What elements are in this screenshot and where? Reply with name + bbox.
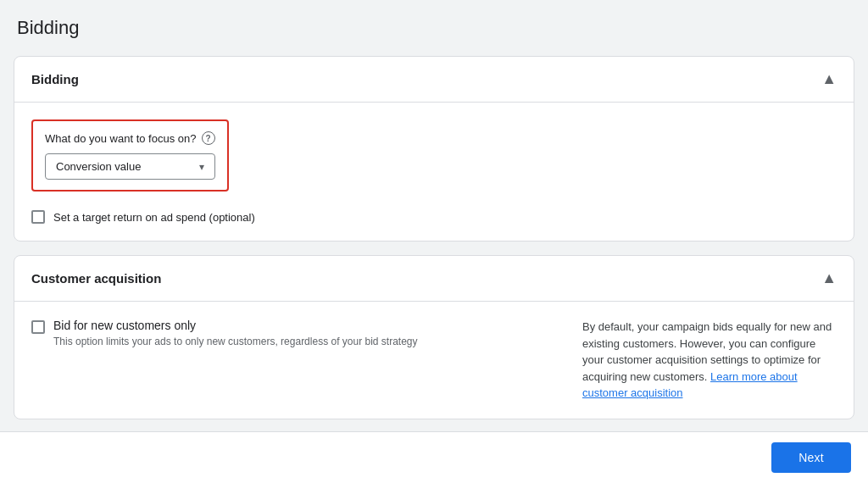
bid-new-customers-text: Bid for new customers only This option l… — [53, 319, 418, 349]
focus-section: What do you want to focus on? ? Conversi… — [31, 119, 229, 192]
acquisition-card-header: Customer acquisition ▲ — [14, 256, 854, 302]
focus-dropdown[interactable]: Conversion value ▾ — [45, 153, 215, 180]
target-roas-label: Set a target return on ad spend (optiona… — [53, 211, 255, 224]
bid-new-customers-checkbox[interactable] — [31, 320, 45, 334]
bidding-card-body: What do you want to focus on? ? Conversi… — [14, 103, 854, 241]
focus-help-icon[interactable]: ? — [202, 131, 215, 145]
footer: Next — [0, 431, 868, 483]
acquisition-collapse-icon[interactable]: ▲ — [821, 269, 837, 287]
target-roas-row: Set a target return on ad spend (optiona… — [31, 210, 837, 224]
focus-dropdown-arrow: ▾ — [199, 161, 204, 173]
bidding-card-header: Bidding ▲ — [14, 57, 854, 103]
bidding-collapse-icon[interactable]: ▲ — [821, 70, 837, 88]
bid-new-customers-label: Bid for new customers only — [53, 319, 418, 332]
acquisition-card-title: Customer acquisition — [31, 271, 161, 286]
acquisition-left: Bid for new customers only This option l… — [31, 319, 548, 402]
focus-label-text: What do you want to focus on? — [45, 132, 197, 145]
acquisition-info: By default, your campaign bids equally f… — [582, 319, 837, 402]
bidding-card: Bidding ▲ What do you want to focus on? … — [14, 56, 854, 242]
bid-new-customers-sublabel: This option limits your ads to only new … — [53, 335, 418, 349]
acquisition-card-body: Bid for new customers only This option l… — [14, 302, 854, 419]
acquisition-card: Customer acquisition ▲ Bid for new custo… — [14, 255, 854, 419]
page-container: Bidding Bidding ▲ What do you want to fo… — [0, 0, 868, 483]
target-roas-checkbox[interactable] — [31, 210, 45, 224]
focus-label-row: What do you want to focus on? ? — [45, 131, 215, 145]
bidding-card-title: Bidding — [31, 72, 79, 86]
bid-new-customers-row: Bid for new customers only This option l… — [31, 319, 548, 349]
focus-dropdown-value: Conversion value — [56, 160, 141, 173]
next-button[interactable]: Next — [771, 442, 851, 473]
page-title: Bidding — [14, 17, 854, 39]
